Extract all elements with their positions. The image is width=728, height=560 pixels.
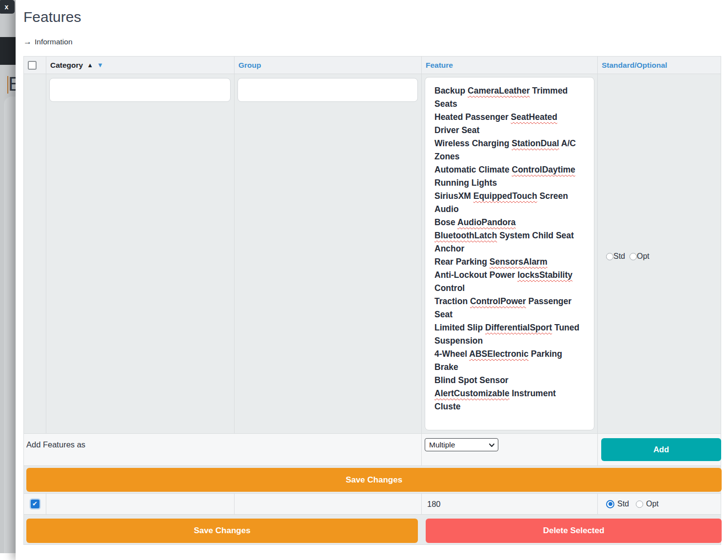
editor-group-cell [235,74,422,433]
information-link-label: Information [35,38,73,46]
column-header-group[interactable]: Group [238,61,261,70]
row-std-radio[interactable]: Std [606,500,629,508]
page-title: Features [23,9,81,25]
save-changes-row: Save Changes [23,466,721,494]
close-button[interactable]: x [0,0,15,14]
column-header-feature[interactable]: Feature [426,61,453,70]
header-feature-cell: Feature [422,57,598,74]
row-std-label: Std [617,500,629,508]
radio-selected-icon [606,500,614,508]
select-all-checkbox[interactable] [28,61,37,70]
feature-textarea[interactable]: Backup CameraLeather Trimmed SeatsHeated… [425,77,594,430]
background-page: E [0,0,16,553]
features-table: Category ▲ ▼ Group Feature Standard/Opti… [23,56,721,545]
column-header-standard-optional[interactable]: Standard/Optional [602,61,667,70]
information-link[interactable]: → Information [23,37,73,47]
bottom-buttons-row: Save Changes Delete Selected [23,515,721,545]
std-radio[interactable]: Std [606,252,625,261]
row-opt-radio[interactable]: Opt [636,500,659,508]
arrow-right-icon: → [23,37,32,47]
editor-checkbox-cell [24,74,46,433]
header-group-cell: Group [235,57,422,74]
editor-feature-cell: Backup CameraLeather Trimmed SeatsHeated… [422,74,598,433]
category-input[interactable] [49,78,231,102]
table-row: ✔ 180 Std Opt [23,494,721,515]
background-navbar [0,37,16,65]
add-mode-select[interactable]: Multiple [425,438,498,451]
header-checkbox-cell [24,57,46,74]
delete-selected-button[interactable]: Delete Selected [426,519,722,543]
feature-editor-row: Backup CameraLeather Trimmed SeatsHeated… [23,74,721,434]
sort-descending-icon[interactable]: ▼ [97,61,103,69]
save-changes-bottom-button[interactable]: Save Changes [26,519,418,543]
row-feature-cell: 180 [422,494,598,514]
background-panel [4,97,16,553]
opt-radio[interactable]: Opt [630,252,649,261]
add-button-cell: Add [598,434,721,465]
save-changes-button[interactable]: Save Changes [26,468,722,492]
editor-standard-cell: Std Opt [598,74,721,433]
row-group-cell [235,494,422,514]
radio-circle-icon [606,253,613,260]
row-standard-cell: Std Opt [598,494,721,514]
add-button[interactable]: Add [601,438,721,461]
editor-category-cell [46,74,235,433]
header-category-cell: Category ▲ ▼ [46,57,235,74]
row-category-cell [46,494,235,514]
add-mode-cell: Multiple [422,434,598,465]
sort-ascending-icon[interactable]: ▲ [87,61,93,69]
add-features-as-label: Add Features as [24,434,422,465]
add-features-row: Add Features as Multiple Add [23,434,721,466]
radio-circle-icon [636,501,643,508]
row-checkbox[interactable]: ✔ [31,500,39,508]
group-input[interactable] [237,78,418,102]
row-opt-label: Opt [646,500,659,508]
row-checkbox-cell: ✔ [24,494,46,514]
table-header-row: Category ▲ ▼ Group Feature Standard/Opti… [23,56,721,74]
header-standard-cell: Standard/Optional [598,57,721,74]
column-header-category[interactable]: Category [50,61,83,70]
features-modal: Features → Information Category ▲ ▼ Grou… [16,0,728,560]
screen: E x Features → Information Category ▲ ▼ [0,0,728,560]
radio-circle-icon [630,253,637,260]
std-radio-label: Std [613,252,625,261]
opt-radio-label: Opt [637,252,649,261]
